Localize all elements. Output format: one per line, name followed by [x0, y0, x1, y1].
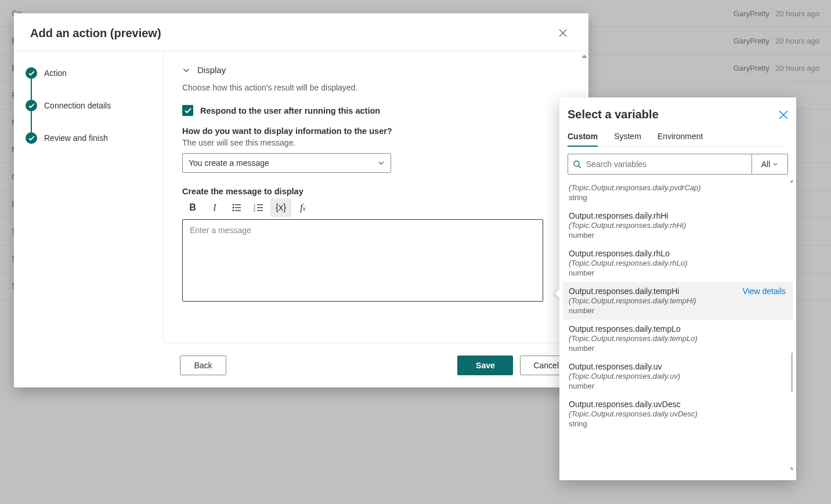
svg-rect-1	[235, 204, 241, 205]
respond-checkbox-label: Respond to the user after running this a…	[200, 106, 380, 115]
scroll-down-icon[interactable]	[790, 467, 793, 471]
variable-type: number	[569, 231, 786, 240]
wizard-step[interactable]: Action	[26, 67, 151, 100]
svg-point-0	[233, 204, 234, 206]
message-editor[interactable]: Enter a message	[182, 219, 543, 302]
variable-item[interactable]: (Topic.Output.responses.daily.pvdrCap)st…	[568, 178, 788, 206]
variable-item[interactable]: Output.responses.daily.uv(Topic.Output.r…	[568, 357, 788, 395]
display-mode-dropdown[interactable]: You create a message	[182, 153, 391, 173]
variable-path: (Topic.Output.responses.daily.uvDesc)	[569, 409, 786, 418]
view-details-link[interactable]: View details	[743, 287, 786, 296]
check-icon	[26, 100, 37, 111]
variable-item[interactable]: Output.responses.daily.uvDesc(Topic.Outp…	[568, 395, 788, 433]
variable-path: (Topic.Output.responses.daily.rhHi)	[569, 221, 786, 230]
variable-type: number	[569, 306, 743, 315]
svg-text:3: 3	[254, 209, 255, 212]
svg-rect-7	[257, 204, 263, 205]
bold-button[interactable]: B	[182, 198, 203, 217]
popover-pointer	[555, 288, 561, 299]
variable-item[interactable]: Output.responses.daily.rhLo(Topic.Output…	[568, 244, 788, 282]
chevron-down-icon	[772, 161, 778, 167]
search-variables-input[interactable]	[586, 159, 747, 169]
variable-name: Output.responses.daily.tempHi	[569, 287, 743, 296]
wizard-stepper: ActionConnection detailsReview and finis…	[14, 51, 164, 343]
svg-rect-11	[257, 210, 263, 211]
variable-path: (Topic.Output.responses.daily.rhLo)	[569, 259, 786, 267]
tab-custom[interactable]: Custom	[568, 129, 598, 147]
variable-type: number	[569, 382, 786, 390]
chevron-down-icon	[378, 159, 385, 166]
section-toggle-display[interactable]: Display	[182, 65, 570, 75]
step-label: Review and finish	[44, 133, 108, 143]
check-icon	[26, 67, 37, 79]
italic-button[interactable]: I	[204, 198, 225, 217]
formula-button[interactable]: fx	[292, 198, 313, 217]
step-label: Connection details	[44, 101, 111, 110]
svg-rect-5	[235, 210, 241, 211]
section-title: Display	[197, 65, 226, 75]
wizard-step[interactable]: Review and finish	[26, 132, 151, 144]
add-action-modal: Add an action (preview) ActionConnection…	[14, 13, 588, 387]
variable-path: (Topic.Output.responses.daily.tempLo)	[569, 334, 786, 343]
svg-point-12	[574, 161, 579, 166]
variable-path: (Topic.Output.responses.daily.pvdrCap)	[569, 183, 786, 192]
check-icon	[26, 132, 37, 144]
search-icon	[573, 159, 581, 169]
create-message-label: Create the message to display	[182, 187, 570, 196]
close-icon[interactable]	[779, 110, 788, 119]
popover-title: Select a variable	[568, 108, 659, 121]
variable-name: Output.responses.daily.tempLo	[569, 324, 786, 333]
display-sub-label: The user will see this message.	[182, 138, 570, 147]
tab-environment[interactable]: Environment	[657, 129, 703, 146]
variable-type: string	[569, 419, 786, 428]
variable-item[interactable]: Output.responses.daily.tempLo(Topic.Outp…	[568, 320, 788, 357]
variable-scope-tabs: Custom System Environment	[568, 129, 788, 147]
variable-list[interactable]: (Topic.Output.responses.daily.pvdrCap)st…	[563, 178, 793, 472]
step-label: Action	[44, 68, 67, 78]
insert-variable-button[interactable]: {x}	[270, 198, 291, 217]
svg-rect-9	[257, 207, 263, 208]
numbered-list-button[interactable]: 123	[248, 198, 269, 217]
variable-name: Output.responses.daily.rhLo	[569, 249, 786, 258]
variable-path: (Topic.Output.responses.daily.uv)	[569, 372, 786, 380]
scroll-up-icon[interactable]	[790, 179, 793, 183]
display-question-label: How do you want to display information t…	[182, 126, 570, 136]
save-button[interactable]: Save	[457, 356, 513, 375]
section-description: Choose how this action's result will be …	[182, 83, 570, 92]
editor-placeholder: Enter a message	[190, 226, 251, 235]
filter-type-dropdown[interactable]: All	[751, 154, 787, 174]
variable-name: Output.responses.daily.uvDesc	[569, 400, 786, 409]
variable-name: Output.responses.daily.rhHi	[569, 211, 786, 220]
svg-point-4	[233, 210, 234, 212]
back-button[interactable]: Back	[180, 356, 226, 375]
variable-item[interactable]: Output.responses.daily.tempHi(Topic.Outp…	[563, 282, 793, 320]
variable-path: (Topic.Output.responses.daily.tempHi)	[569, 296, 743, 305]
wizard-step[interactable]: Connection details	[26, 100, 151, 132]
dropdown-selected-value: You create a message	[189, 158, 269, 168]
svg-rect-3	[235, 207, 241, 208]
scroll-up-icon[interactable]	[581, 55, 587, 58]
modal-content: Display Choose how this action's result …	[164, 51, 588, 343]
bullet-list-button[interactable]	[226, 198, 247, 217]
modal-title: Add an action (preview)	[30, 27, 161, 40]
svg-point-2	[233, 207, 234, 209]
variable-type: number	[569, 344, 786, 353]
tab-system[interactable]: System	[614, 129, 641, 146]
variable-type: string	[569, 193, 786, 202]
editor-toolbar: B I 123 {x} fx	[182, 198, 570, 217]
respond-checkbox[interactable]	[182, 105, 193, 116]
variable-name: Output.responses.daily.uv	[569, 362, 786, 371]
variable-item[interactable]: Output.responses.daily.rhHi(Topic.Output…	[568, 206, 788, 244]
chevron-down-icon	[182, 66, 190, 74]
scrollbar-thumb[interactable]	[791, 352, 793, 393]
close-icon[interactable]	[554, 24, 572, 42]
variable-type: number	[569, 269, 786, 277]
variable-picker-popover: Select a variable Custom System Environm…	[559, 97, 796, 480]
modal-footer: Back Save Cancel	[164, 343, 588, 387]
